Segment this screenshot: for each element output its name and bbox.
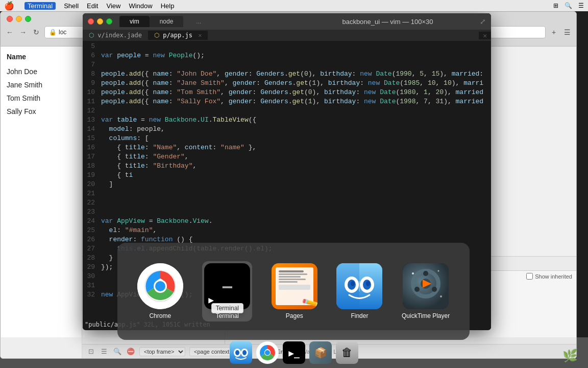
main-area: ← → ↻ 🔒 loc + ☰ Name John Doe Jane Smith…: [0, 11, 588, 368]
show-inherited-checkbox[interactable]: [526, 273, 533, 280]
vim-tab-index[interactable]: ⬡ v/index.jade: [83, 31, 148, 40]
svg-point-26: [235, 350, 239, 355]
menubar-edit[interactable]: Edit: [87, 2, 98, 10]
menubar-icon-1[interactable]: ⊞: [553, 2, 558, 9]
table-row[interactable]: John Doe: [1, 65, 82, 78]
chrome-icon: [137, 263, 183, 309]
menubar-search[interactable]: 🔍: [565, 2, 572, 9]
terminal-traffic-lights: [88, 18, 112, 25]
code-line-21: 21: [83, 189, 491, 198]
quicktime-icon: [403, 263, 449, 309]
dock-popup-pages[interactable]: ✏️ Pages: [272, 263, 317, 319]
menubar: 🍎 Terminal Shell Edit View Window Help ⊞…: [0, 0, 588, 11]
svg-point-27: [242, 350, 247, 355]
dock-popup-finder[interactable]: Finder: [336, 263, 382, 319]
menubar-right: ⊞ 🔍 ☰: [553, 2, 584, 9]
table-row[interactable]: Sally Fox: [1, 105, 82, 118]
menubar-window[interactable]: Window: [129, 2, 152, 10]
dock-popup-terminal[interactable]: — ▶_ Terminal Terminal: [202, 261, 252, 321]
menubar-shell[interactable]: Shell: [64, 2, 79, 10]
refresh-button[interactable]: ↻: [31, 27, 41, 37]
quicktime-label: QuickTime Player: [402, 312, 450, 319]
code-line-11: 11 people.add({ name: "Sally Fox", gende…: [83, 97, 491, 106]
menubar-icon-2[interactable]: ☰: [578, 2, 584, 9]
new-tab-button[interactable]: +: [549, 27, 559, 37]
svg-point-18: [414, 287, 420, 292]
svg-point-11: [366, 281, 370, 286]
code-line-17: 17 { title: "Gender",: [83, 152, 491, 162]
vim-tab-icon: ⬡: [89, 32, 97, 39]
table-row[interactable]: Jane Smith: [1, 78, 82, 91]
menu-button[interactable]: ☰: [562, 27, 572, 37]
code-line-23: 23: [83, 208, 491, 217]
finder-label: Finder: [351, 312, 368, 319]
code-line-10: 10 people.add({ name: "Tom Smith", gende…: [83, 88, 491, 97]
svg-point-22: [440, 295, 442, 297]
code-line-14: 14 model: people,: [83, 125, 491, 134]
code-line-7: 7: [83, 60, 491, 70]
vim-tab-appjs[interactable]: ⬡ p/app.js ✕: [148, 31, 208, 40]
pages-label: Pages: [286, 312, 303, 319]
code-line-25: 25 el: "#main",: [83, 226, 491, 235]
terminal-expand[interactable]: ⤢: [480, 17, 486, 26]
url-text: loc: [59, 29, 66, 36]
svg-point-21: [438, 270, 439, 272]
dock-finder-icon: [230, 341, 252, 364]
vim-tabline: ⬡ v/index.jade ⬡ p/app.js ✕ ✕: [83, 30, 491, 41]
menubar-terminal[interactable]: Terminal: [24, 2, 56, 10]
svg-point-20: [412, 272, 414, 274]
terminal-minimize[interactable]: [97, 18, 103, 25]
vim-close-btn[interactable]: ✕: [479, 32, 491, 39]
dock: ▶_ 📦 🗑: [0, 337, 588, 368]
menubar-view[interactable]: View: [106, 2, 120, 10]
forward-button[interactable]: →: [18, 27, 28, 37]
dock-item-chrome[interactable]: [256, 341, 279, 364]
code-line-13: 13 var table = new Backbone.UI.TableView…: [83, 116, 491, 125]
dock-item-generic[interactable]: 📦: [309, 341, 332, 364]
code-line-20: 20 ]: [83, 180, 491, 189]
terminal-title: backbone_ui — vim — 100×30: [300, 18, 476, 26]
back-button[interactable]: ←: [5, 27, 15, 37]
code-line-5: 5: [83, 42, 491, 51]
menubar-help[interactable]: Help: [161, 2, 175, 10]
finder-icon: [336, 263, 382, 309]
code-line-19: 19 { ti: [83, 171, 491, 180]
apple-menu[interactable]: 🍎: [4, 1, 14, 11]
code-line-24: 24 var AppView = Backbone.View.: [83, 217, 491, 226]
vim-tab-icon-js: ⬡: [154, 32, 163, 39]
code-line-15: 15 columns: [: [83, 134, 491, 143]
svg-point-17: [432, 287, 437, 292]
terminal-tab-more[interactable]: ...: [183, 16, 214, 27]
chrome-label: Chrome: [149, 312, 171, 319]
code-line-16: 16 { title: "Name", content: "name" },: [83, 143, 491, 152]
show-inherited-label: Show inherited: [535, 273, 572, 280]
code-line-12: 12: [83, 106, 491, 116]
code-line-22: 22: [83, 198, 491, 208]
vim-tab-close[interactable]: ✕: [198, 32, 202, 39]
dock-popup-chrome[interactable]: Chrome: [137, 263, 183, 319]
terminal-label: Terminal: [216, 312, 239, 319]
terminal-tab-vim[interactable]: vim: [119, 16, 150, 27]
terminal-maximize[interactable]: [106, 18, 112, 25]
svg-point-30: [265, 350, 270, 355]
close-button[interactable]: [7, 16, 13, 22]
terminal-tab-node[interactable]: node: [150, 16, 184, 27]
terminal-tabs: vim node ...: [119, 16, 296, 27]
dock-popup-quicktime[interactable]: QuickTime Player: [402, 263, 450, 319]
terminal-titlebar: vim node ... backbone_ui — vim — 100×30 …: [83, 13, 491, 30]
maximize-button[interactable]: [25, 16, 31, 22]
svg-point-16: [423, 271, 428, 276]
show-inherited-toggle[interactable]: Show inherited: [526, 273, 572, 280]
minimize-button[interactable]: [16, 16, 22, 22]
dock-item-trash[interactable]: 🗑: [336, 341, 358, 364]
terminal-close[interactable]: [88, 18, 94, 25]
code-line-8: 8 people.add({ name: "John Doe", gender:…: [83, 70, 491, 79]
dock-app-popup: Chrome — ▶_ Terminal Terminal: [117, 243, 470, 340]
code-line-18: 18 { title: "Birthday",: [83, 162, 491, 171]
data-table-panel: Name John Doe Jane Smith Tom Smith Sally…: [1, 47, 82, 358]
dock-chrome-icon: [256, 341, 279, 364]
terminal-tooltip: Terminal: [211, 303, 243, 313]
dock-item-terminal[interactable]: ▶_: [283, 341, 305, 364]
table-row[interactable]: Tom Smith: [1, 91, 82, 105]
dock-item-finder[interactable]: [230, 341, 252, 364]
